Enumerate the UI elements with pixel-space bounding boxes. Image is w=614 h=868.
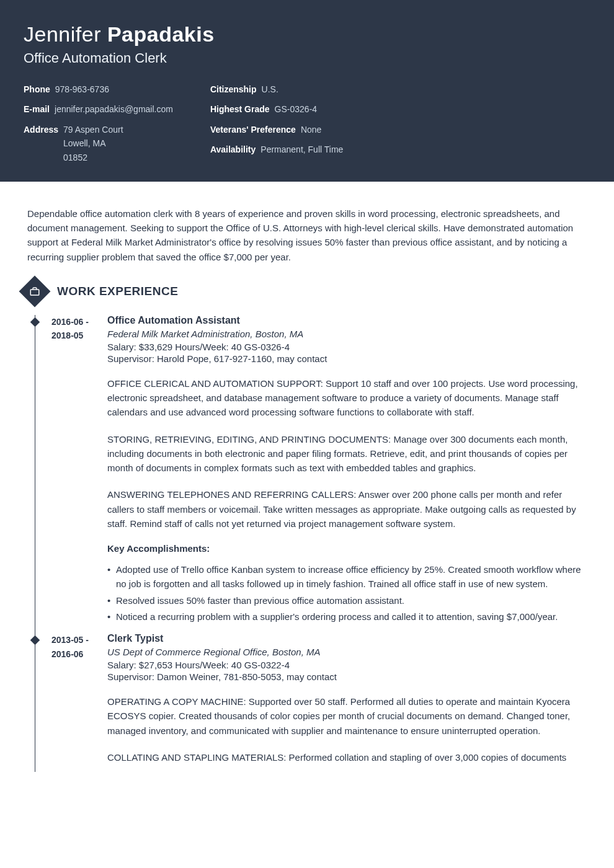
job-entry: 2013-05 - 2016-06 Clerk Typist US Dept o… bbox=[35, 633, 587, 772]
job-dates: 2016-06 - 2018-05 bbox=[51, 315, 96, 626]
contact-label: Highest Grade bbox=[210, 102, 270, 116]
job-dates: 2013-05 - 2016-06 bbox=[51, 633, 96, 764]
contact-value: jennifer.papadakis@gmail.com bbox=[55, 102, 173, 116]
job-title-header: Office Automation Clerk bbox=[24, 50, 590, 66]
accomplishments-heading: Key Accomplishments: bbox=[107, 543, 587, 554]
job-title: Clerk Typist bbox=[107, 633, 587, 644]
contact-label: Phone bbox=[24, 82, 50, 96]
contact-row: Citizenship U.S. bbox=[210, 82, 343, 96]
contact-columns: Phone 978-963-6736 E-mail jennifer.papad… bbox=[24, 82, 590, 164]
contact-col-right: Citizenship U.S. Highest Grade GS-0326-4… bbox=[210, 82, 343, 164]
contact-row: Phone 978-963-6736 bbox=[24, 82, 173, 96]
first-name: Jennifer bbox=[24, 22, 101, 46]
accomplishments-list: Adopted use of Trello office Kanban syst… bbox=[107, 562, 587, 624]
job-paragraph: COLLATING AND STAPLING MATERIALS: Perfor… bbox=[107, 750, 587, 764]
last-name: Papadakis bbox=[107, 22, 215, 46]
contact-row: Address 79 Aspen Court Lowell, MA 01852 bbox=[24, 123, 173, 164]
list-item: Noticed a recurring problem with a suppl… bbox=[107, 609, 587, 624]
job-entry: 2016-06 - 2018-05 Office Automation Assi… bbox=[35, 315, 587, 633]
section-title: WORK EXPERIENCE bbox=[57, 285, 178, 298]
name: Jennifer Papadakis bbox=[24, 22, 590, 46]
job-salary: Salary: $33,629 Hours/Week: 40 GS-0326-4 bbox=[107, 342, 587, 352]
list-item: Adopted use of Trello office Kanban syst… bbox=[107, 562, 587, 591]
contact-row: E-mail jennifer.papadakis@gmail.com bbox=[24, 102, 173, 116]
contact-value: None bbox=[301, 123, 321, 136]
job-org: Federal Milk Market Administration, Bost… bbox=[107, 329, 587, 339]
contact-label: Address bbox=[24, 123, 58, 164]
timeline-marker-icon bbox=[30, 317, 40, 327]
resume-body: Dependable office automation clerk with … bbox=[0, 182, 614, 797]
contact-value: 79 Aspen Court Lowell, MA 01852 bbox=[63, 123, 123, 164]
resume-header: Jennifer Papadakis Office Automation Cle… bbox=[0, 0, 614, 182]
contact-label: Availability bbox=[210, 143, 256, 156]
contact-row: Highest Grade GS-0326-4 bbox=[210, 102, 343, 116]
job-supervisor: Supervisor: Damon Weiner, 781-850-5053, … bbox=[107, 671, 587, 682]
contact-col-left: Phone 978-963-6736 E-mail jennifer.papad… bbox=[24, 82, 173, 164]
timeline-marker-icon bbox=[30, 636, 40, 645]
timeline: 2016-06 - 2018-05 Office Automation Assi… bbox=[35, 315, 587, 772]
job-body: Office Automation Assistant Federal Milk… bbox=[107, 315, 587, 626]
contact-label: Veterans' Preference bbox=[210, 123, 296, 136]
job-paragraph: STORING, RETRIEVING, EDITING, AND PRINTI… bbox=[107, 432, 587, 476]
svg-rect-0 bbox=[30, 290, 39, 295]
contact-label: Citizenship bbox=[210, 82, 257, 96]
job-org: US Dept of Commerce Regional Office, Bos… bbox=[107, 647, 587, 657]
contact-value: U.S. bbox=[262, 82, 278, 96]
briefcase-icon bbox=[19, 275, 51, 307]
section-header-work: WORK EXPERIENCE bbox=[27, 280, 587, 303]
job-title: Office Automation Assistant bbox=[107, 315, 587, 326]
contact-row: Availability Permanent, Full Time bbox=[210, 143, 343, 156]
contact-row: Veterans' Preference None bbox=[210, 123, 343, 136]
job-body: Clerk Typist US Dept of Commerce Regiona… bbox=[107, 633, 587, 764]
job-paragraph: ANSWERING TELEPHONES AND REFERRING CALLE… bbox=[107, 487, 587, 531]
job-supervisor: Supervisor: Harold Pope, 617-927-1160, m… bbox=[107, 353, 587, 364]
job-paragraph: OFFICE CLERICAL AND AUTOMATION SUPPORT: … bbox=[107, 376, 587, 420]
list-item: Resolved issues 50% faster than previous… bbox=[107, 593, 587, 608]
contact-value: Permanent, Full Time bbox=[260, 143, 343, 156]
job-paragraph: OPERATING A COPY MACHINE: Supported over… bbox=[107, 694, 587, 738]
contact-value: 978-963-6736 bbox=[55, 82, 109, 96]
summary: Dependable office automation clerk with … bbox=[27, 206, 587, 264]
contact-value: GS-0326-4 bbox=[275, 102, 317, 116]
contact-label: E-mail bbox=[24, 102, 50, 116]
job-salary: Salary: $27,653 Hours/Week: 40 GS-0322-4 bbox=[107, 660, 587, 670]
